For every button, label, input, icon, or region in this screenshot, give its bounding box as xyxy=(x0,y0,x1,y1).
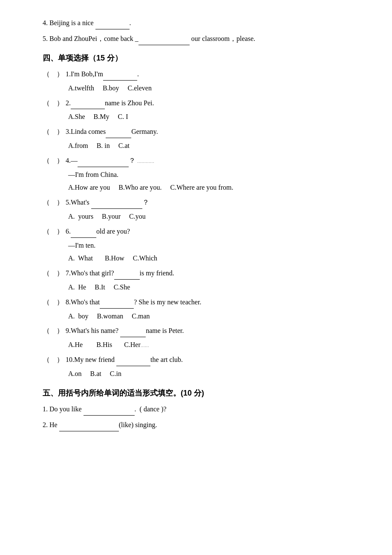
s5-q2: 2. He (like) singing. xyxy=(43,419,358,431)
q10-opt-b: B.at xyxy=(90,370,108,377)
q3-opt-b: B. in xyxy=(97,142,117,149)
bracket-2: （ ） xyxy=(43,97,64,110)
q5-opt-b: B.your xyxy=(102,213,127,220)
mc-question-2: （ ） 2.name is Zhou Pei. xyxy=(43,97,358,110)
blank-q8 xyxy=(100,301,134,309)
q6-opt-c: C.Which xyxy=(133,254,157,262)
q8-opt-a: A. boy xyxy=(68,312,95,320)
q10-opt-c: C.in xyxy=(110,370,121,377)
q8-text: 8.Who's that? She is my new teacher. xyxy=(66,296,358,309)
mc-question-6: （ ） 6.old are you? xyxy=(43,225,358,238)
q4-options: A.How are you B.Who are you. C.Where are… xyxy=(68,182,358,194)
q9-options: A.He B.His C.Her…… xyxy=(68,339,358,351)
mc-question-8: （ ） 8.Who's that? She is my new teacher. xyxy=(43,296,358,309)
mc-question-3: （ ） 3.Linda comesGermany. xyxy=(43,126,358,138)
blank-4 xyxy=(95,22,130,29)
q10-options: A.on B.at C.in xyxy=(68,368,358,380)
q5-options: A. yours B.your C.you xyxy=(68,211,358,223)
q2-opt-c: C. I xyxy=(118,113,128,120)
q7-opt-b: B.It xyxy=(95,283,112,291)
q8-opt-b: B.woman xyxy=(97,312,130,320)
blank-5 xyxy=(138,38,190,45)
q5-text: 5.What's ？ xyxy=(66,197,358,209)
q6-answer: —I'm ten. xyxy=(68,240,358,252)
q10-text: 10.My new friend the art club. xyxy=(66,354,358,366)
q2-opt-b: B.My xyxy=(94,113,116,120)
q4-opt-c: C.Where are you from. xyxy=(170,184,233,191)
blank-q10 xyxy=(116,358,150,366)
q8-opt-c: C.man xyxy=(132,312,150,320)
q1-options: A.twelfth B.boy C.eleven xyxy=(68,82,358,95)
q1-text: 1.I'm Bob,I'm. xyxy=(66,68,358,81)
bracket-7: （ ） xyxy=(43,267,64,280)
blank-s5-q1 xyxy=(84,408,135,416)
q4-answer: —I'm from China. xyxy=(68,169,358,181)
bracket-3: （ ） xyxy=(43,126,64,138)
q9-opt-b: B.His xyxy=(96,341,122,348)
blank-q9 xyxy=(120,330,146,337)
q7-opt-a: A. He xyxy=(68,283,93,291)
q6-opt-a: A. What xyxy=(68,254,103,262)
blank-q1 xyxy=(103,73,137,81)
q6-text: 6.old are you? xyxy=(66,225,358,238)
q10-opt-a: A.on xyxy=(68,370,89,377)
q5-opt-c: C.you xyxy=(129,213,146,220)
section4-title: 四、单项选择（15 分） xyxy=(43,51,358,65)
mc-question-5: （ ） 5.What's ？ xyxy=(43,197,358,209)
q4-text: 4.—？………… xyxy=(66,155,358,167)
q5-opt-a: A. yours xyxy=(68,213,100,220)
q3-opt-a: A.from xyxy=(68,142,95,149)
mc-question-9: （ ） 9.What's his name? name is Peter. xyxy=(43,325,358,337)
section5-title: 五、用括号内所给单词的适当形式填空。(10 分) xyxy=(43,386,358,400)
q2-opt-a: A.She xyxy=(68,113,92,120)
q9-text: 9.What's his name? name is Peter. xyxy=(66,325,358,337)
q1-opt-c: C.eleven xyxy=(128,84,152,92)
q1-opt-b: B.boy xyxy=(103,84,126,92)
q1-opt-a: A.twelfth xyxy=(68,84,101,92)
s5-q1: 1. Do you like . ( dance )? xyxy=(43,403,358,416)
fill-blank-5: 5. Bob and ZhouPei，come back _ our class… xyxy=(43,33,358,45)
bracket-4: （ ） xyxy=(43,155,64,167)
blank-q6 xyxy=(71,230,96,238)
blank-q2 xyxy=(71,101,105,109)
q4-opt-a: A.How are you xyxy=(68,184,117,191)
blank-q3 xyxy=(106,130,131,138)
blank-s5-q2 xyxy=(59,424,119,431)
q7-options: A. He B.It C.She xyxy=(68,281,358,294)
mc-question-1: （ ） 1.I'm Bob,I'm. xyxy=(43,68,358,81)
q7-opt-c: C.She xyxy=(114,283,130,291)
q8-options: A. boy B.woman C.man xyxy=(68,310,358,323)
mc-question-10: （ ） 10.My new friend the art club. xyxy=(43,354,358,366)
q9-opt-c: C.Her…… xyxy=(124,341,149,348)
mc-question-7: （ ） 7.Who's that girl?is my friend. xyxy=(43,267,358,280)
q3-options: A.from B. in C.at xyxy=(68,140,358,152)
bracket-8: （ ） xyxy=(43,296,64,309)
q4-hint: ………… xyxy=(137,159,154,164)
q2-options: A.She B.My C. I xyxy=(68,111,358,123)
blank-q5 xyxy=(91,201,142,209)
q6-opt-b: B.How xyxy=(105,254,131,262)
fill-blank-4: 4. Beijing is a nice . xyxy=(43,17,358,29)
q9-dots: …… xyxy=(141,343,149,348)
q2-text: 2.name is Zhou Pei. xyxy=(66,97,358,110)
blank-q4 xyxy=(78,159,129,167)
bracket-5: （ ） xyxy=(43,197,64,209)
q9-opt-a: A.He xyxy=(68,341,95,348)
bracket-6: （ ） xyxy=(43,225,64,238)
q3-opt-c: C.at xyxy=(118,142,130,149)
q3-text: 3.Linda comesGermany. xyxy=(66,126,358,138)
q7-text: 7.Who's that girl?is my friend. xyxy=(66,267,358,280)
bracket-1: （ ） xyxy=(43,68,64,81)
mc-question-4: （ ） 4.—？………… xyxy=(43,155,358,167)
q4-opt-b: B.Who are you. xyxy=(118,184,168,191)
bracket-9: （ ） xyxy=(43,325,64,337)
bracket-10: （ ） xyxy=(43,354,64,366)
blank-q7 xyxy=(114,272,140,280)
q6-options: A. What B.How C.Which xyxy=(68,252,358,265)
